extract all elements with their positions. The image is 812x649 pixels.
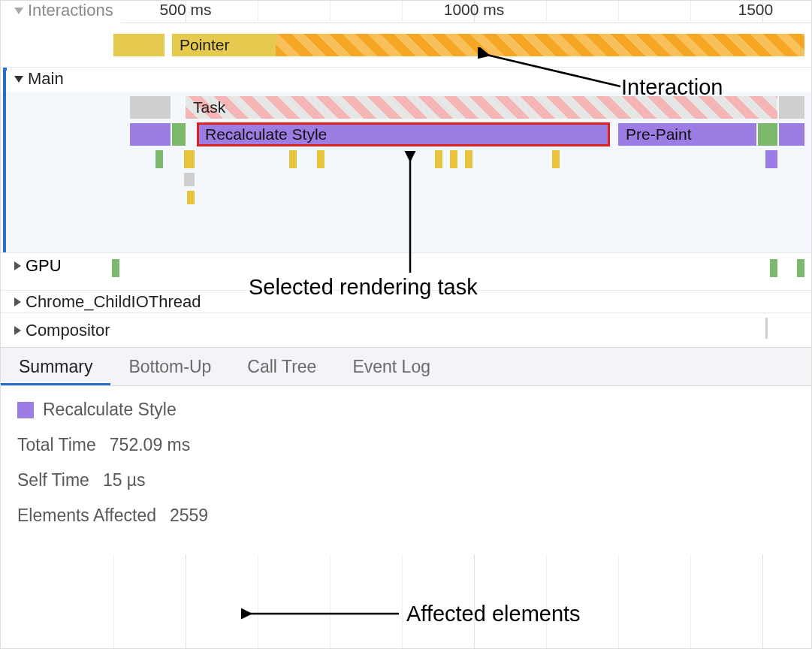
gpu-label: GPU — [26, 256, 62, 276]
flame-tick-gray-deep[interactable] — [184, 173, 195, 186]
task-bar-gray-a[interactable] — [130, 96, 171, 119]
summary-self-time-value: 15 µs — [103, 470, 146, 491]
gpu-track-header: GPU — [14, 256, 62, 276]
interaction-bar-delay — [276, 34, 804, 56]
flame-tick-yellow-1[interactable] — [184, 150, 195, 168]
annotation-affected-elements: Affected elements — [406, 602, 581, 626]
tab-event-log[interactable]: Event Log — [334, 348, 448, 385]
chevron-down-icon — [14, 8, 23, 14]
main-thread-flame-chart[interactable]: Task Recalculate Style Pre-Paint — [1, 92, 811, 252]
flame-tick-yellow-2[interactable] — [289, 150, 297, 168]
flame-tick-yellow-5[interactable] — [450, 150, 457, 168]
gpu-tick-2[interactable] — [770, 259, 777, 277]
chevron-right-icon — [14, 326, 21, 335]
flame-tick-yellow-4[interactable] — [435, 150, 442, 168]
interaction-bar-pointer[interactable]: Pointer — [172, 34, 276, 56]
gpu-track[interactable]: GPU — [1, 252, 811, 290]
tab-bottom-up[interactable]: Bottom-Up — [110, 348, 229, 385]
ruler-tick-1000: 1000 ms — [444, 1, 505, 19]
color-swatch-purple — [17, 402, 34, 418]
task-bar-gray-b[interactable] — [779, 96, 804, 119]
flame-bar-purple-b[interactable] — [779, 123, 804, 146]
details-tab-bar: Summary Bottom-Up Call Tree Event Log — [1, 347, 811, 386]
flame-tick-yellow-7[interactable] — [552, 150, 560, 168]
time-ruler: 500 ms 1000 ms 1500 ms Interactions — [1, 1, 811, 23]
summary-elements-affected-value: 2559 — [170, 506, 208, 526]
flame-bar-green-a[interactable] — [172, 123, 186, 146]
flame-tick-yellow-3[interactable] — [317, 150, 324, 168]
chevron-right-icon — [14, 297, 21, 306]
summary-pane: Recalculate Style Total Time 752.09 ms S… — [1, 386, 811, 554]
main-label: Main — [28, 69, 64, 89]
interactions-timeline[interactable]: Pointer — [1, 23, 811, 67]
summary-elements-affected-label: Elements Affected — [17, 506, 156, 526]
interactions-track-header[interactable]: Interactions — [1, 1, 121, 23]
main-track-header[interactable]: Main — [1, 67, 811, 92]
flame-bar-purple-a[interactable] — [130, 123, 171, 146]
gpu-tick-3[interactable] — [797, 259, 804, 277]
childio-label: Chrome_ChildIOThread — [26, 292, 201, 312]
compositor-label: Compositor — [26, 321, 110, 340]
compositor-tick — [765, 318, 768, 339]
flame-tick-purple-1[interactable] — [765, 150, 777, 168]
flame-bar-green-b[interactable] — [758, 123, 777, 146]
interactions-label: Interactions — [28, 1, 113, 20]
tab-summary[interactable]: Summary — [1, 348, 110, 385]
interaction-bar-whisker-left — [113, 34, 165, 56]
childio-track[interactable]: Chrome_ChildIOThread — [1, 290, 811, 312]
compositor-track[interactable]: Compositor — [1, 312, 811, 347]
flame-tick-green-1[interactable] — [155, 150, 163, 168]
chevron-down-icon — [14, 76, 23, 83]
ruler-tick-500: 500 ms — [160, 1, 212, 19]
gpu-tick-1[interactable] — [112, 259, 119, 277]
chevron-right-icon — [14, 261, 21, 270]
task-bar-long[interactable]: Task — [186, 96, 777, 119]
main-thread-bracket — [3, 68, 7, 263]
summary-total-time-label: Total Time — [17, 435, 96, 455]
summary-title: Recalculate Style — [43, 400, 177, 420]
pre-paint-bar[interactable]: Pre-Paint — [618, 123, 756, 146]
summary-total-time-value: 752.09 ms — [110, 435, 190, 455]
flame-tick-yellow-deep[interactable] — [187, 191, 195, 204]
flame-tick-yellow-6[interactable] — [465, 150, 472, 168]
summary-self-time-label: Self Time — [17, 470, 89, 491]
recalculate-style-bar[interactable]: Recalculate Style — [198, 123, 609, 146]
tab-call-tree[interactable]: Call Tree — [229, 348, 334, 385]
